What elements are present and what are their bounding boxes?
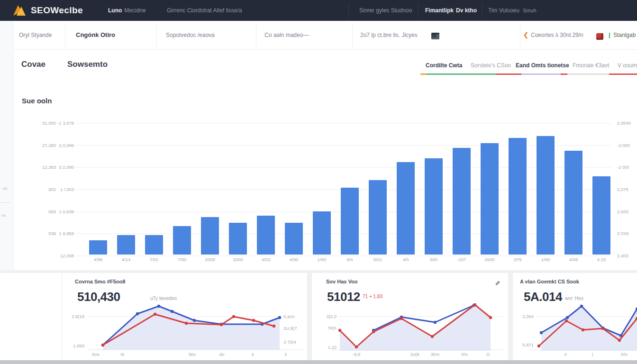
axis-tick-label: 4/09: [569, 257, 578, 262]
axis-tick-label: 5,871: [522, 342, 534, 347]
topnav-divider: [348, 3, 349, 18]
chevron-left-icon[interactable]: ❮: [523, 21, 528, 49]
subnav-date-range-label: 2o7 lp ct.bre lis. Jicyes: [360, 32, 418, 38]
card1-title: Covrna Smo #F5oo8: [75, 279, 125, 284]
subnav-item-1[interactable]: Oryl Styande: [19, 21, 52, 49]
data-point: [278, 316, 281, 319]
axis-tick-label: 4.25: [597, 257, 606, 262]
line-series-blue: [103, 306, 280, 345]
area-fill: [340, 305, 491, 351]
axis-tick-label: -1 3,578: [57, 120, 74, 126]
axis-tick-label: 1/80: [541, 257, 550, 262]
data-point: [136, 312, 139, 315]
tab-metric-5[interactable]: V ooum: [618, 62, 637, 69]
axis-tick-label: 8os: [92, 352, 100, 357]
axis-tick-label: 4/90: [290, 257, 299, 262]
bar: [117, 235, 135, 255]
topnav-item-1-strong: Luno: [108, 7, 122, 14]
bar: [369, 180, 387, 255]
tab-segments[interactable]: Sowsemto: [67, 60, 108, 69]
edit-icon[interactable]: ✎: [494, 281, 501, 286]
axis-tick-label: 0%: [461, 352, 468, 357]
axis-tick-label: 2008: [205, 257, 215, 262]
app-badge-icon[interactable]: [596, 33, 603, 40]
subnav-item-2[interactable]: Cngónk Otiro: [76, 21, 115, 49]
axis-tick-label: 1 0,838: [59, 209, 74, 214]
logo-icon: [12, 4, 27, 17]
axis-tick-label: 3 2,090: [59, 164, 74, 170]
data-point: [101, 344, 104, 346]
data-point: [582, 328, 584, 331]
line-series-red: [340, 305, 491, 347]
subnav-item-3[interactable]: Sopotvedoc /eaova: [166, 21, 215, 49]
topnav-item-3[interactable]: Sinrer gyles Studnoo: [359, 0, 412, 21]
data-point: [338, 329, 341, 332]
data-point: [601, 327, 604, 330]
axis-tick-label: 4/14: [122, 257, 131, 262]
topnav-item-6[interactable]: Smuh: [523, 0, 537, 21]
data-point: [193, 319, 196, 322]
bar: [285, 223, 303, 255]
bar: [481, 143, 499, 255]
subnav-item-3-label: Sopotvedoc /eaova: [166, 32, 215, 38]
data-point: [434, 321, 437, 324]
tab-metric-1[interactable]: Cordilte Cwta: [426, 62, 462, 69]
line-series-blue: [373, 305, 474, 330]
tab-metric-2[interactable]: Sorsteiv's CSoo: [471, 62, 511, 69]
axis-tick-label: 12,098: [60, 253, 74, 258]
axis-tick-label: 2600: [484, 257, 494, 262]
data-point: [185, 322, 188, 325]
axis-tick-label: O: [486, 352, 490, 357]
data-point: [473, 303, 476, 306]
line-series-red: [539, 318, 637, 346]
tab-metric-3[interactable]: Eand Omts tionetse: [516, 62, 569, 69]
subnav-divider: [65, 23, 65, 47]
subnav-compare[interactable]: Coeortes λ 30nl.29/n: [531, 21, 583, 49]
topnav-divider: [482, 3, 482, 18]
brand[interactable]: SEOWeclbe: [12, 3, 83, 18]
strip-label: 0o: [1, 213, 6, 218]
axis-tick-label: 50/1: [373, 257, 382, 262]
subnav-status[interactable]: Stanlgab: [613, 21, 636, 49]
topnav-item-2-label: Girrenc Ciordstrat Altef lisse/a: [167, 7, 242, 14]
axis-tick-label: 1,893: [73, 343, 84, 348]
data-point: [372, 330, 375, 333]
calendar-icon[interactable]: [431, 33, 439, 39]
data-point: [400, 317, 403, 320]
tab-overview[interactable]: Covae: [21, 60, 46, 69]
data-point: [473, 304, 475, 307]
topnav-item-3-label: Sinrer gyles Studnoo: [359, 7, 412, 14]
axis-tick-label: 1P9: [514, 257, 522, 262]
strip-label: da: [3, 186, 7, 191]
axis-tick-label: Ye(s: [328, 325, 337, 330]
topnav-item-2[interactable]: Girrenc Ciordstrat Altef lisse/a: [167, 0, 242, 21]
bar: [425, 158, 443, 255]
data-point: [566, 316, 569, 319]
topnav-item-4-strong: Fimantlipk: [425, 7, 454, 14]
axis-tick-label: 2,403: [617, 253, 628, 258]
axis-tick-label: 2,004: [522, 314, 534, 319]
topnav-item-4-label: Dv ktho: [456, 7, 477, 14]
topnav-divider: [418, 3, 419, 18]
tab-underline-segment: [496, 73, 521, 75]
card3-title: A vlan Goemkt CS Sook: [520, 279, 579, 284]
subnav-item-2-label: Cngónk Otiro: [76, 31, 115, 38]
bottom-scroll-strip[interactable]: [0, 360, 637, 364]
data-point: [431, 335, 434, 338]
axis-tick-label: ii: [285, 352, 287, 357]
axis-tick-label: 3(2,0: [326, 314, 337, 319]
card2-title: Sov Has Voo: [326, 279, 357, 284]
topnav-item-5[interactable]: Tim Vulsoeu: [488, 0, 519, 21]
card-gap: [307, 273, 312, 360]
subnav-item-4[interactable]: Co aaln madeo—: [264, 21, 309, 49]
bar: [201, 217, 219, 255]
axis-tick-label: -2 0)0: [617, 164, 629, 170]
subnav-date-range[interactable]: 2o7 lp ct.bre lis. Jicyes: [360, 21, 418, 49]
tab-underline-segment: [561, 73, 567, 75]
axis-tick-label: 4/03: [262, 257, 271, 262]
axis-tick-label: /6: [120, 352, 124, 357]
topnav-item-1[interactable]: LunoMecidne: [108, 0, 146, 21]
tab-metric-4[interactable]: Fmorate €3avt: [573, 62, 609, 69]
topnav-item-4[interactable]: FimantlipkDv ktho: [425, 0, 477, 21]
bar: [257, 216, 275, 255]
